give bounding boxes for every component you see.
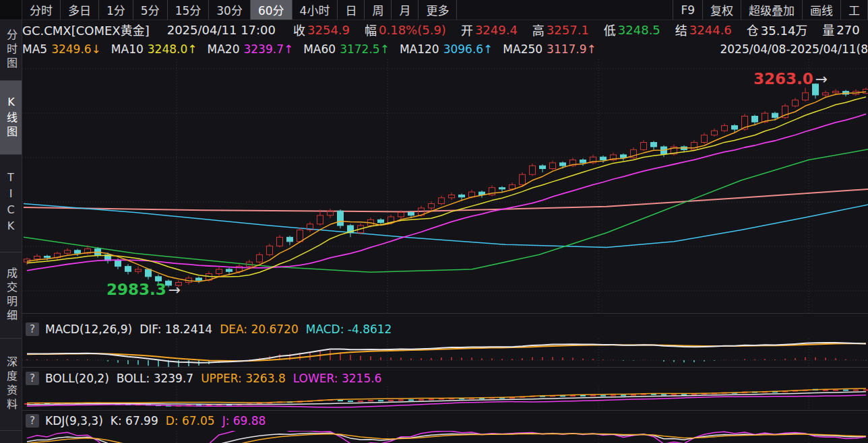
ma-legend-bar: MA53249.6↓MA103248.0↑MA203239.7↑MA603172…	[22, 39, 868, 59]
info-field-label: 量	[822, 21, 834, 38]
timeframe-tab-9[interactable]: 周	[365, 0, 392, 20]
info-field-value: 0.18%(5.9)	[379, 23, 446, 37]
ma-value: 3248.0	[148, 42, 187, 56]
timeframe-tab-10[interactable]: 月	[392, 0, 418, 20]
info-field-value: 3249.4	[475, 23, 518, 37]
main-kline-chart[interactable]	[22, 59, 868, 313]
timeframe-tab-5[interactable]: 30分	[209, 0, 251, 20]
timeframe-tab-2[interactable]: 1分	[99, 0, 133, 20]
low-price-annotation: 2983.3 →	[106, 281, 181, 298]
ma-legend-5: MA2503117.9↑	[503, 42, 596, 56]
info-field-5: 结3244.6	[675, 21, 732, 38]
sidebar-item-minute-chart[interactable]: 分时图	[0, 20, 22, 81]
kdj-help-icon[interactable]: ?	[26, 414, 39, 428]
boll-upper-value: UPPER: 3263.8	[201, 372, 286, 385]
info-field-label: 开	[461, 21, 473, 38]
ma-legend-items: MA53249.6↓MA103248.0↑MA203239.7↑MA603172…	[22, 42, 607, 56]
info-field-value: 270	[836, 23, 859, 37]
macd-panel-header: ? MACD(12,26,9) DIF: 18.2414 DEA: 20.672…	[26, 320, 399, 338]
kdj-j-value: J: 69.88	[222, 414, 266, 428]
boll-panel-header: ? BOLL(20,2) BOLL: 3239.7 UPPER: 3263.8 …	[26, 370, 389, 387]
info-field-0: 收3254.9	[293, 21, 350, 38]
ma-label: MA20	[208, 42, 240, 56]
boll-help-icon[interactable]: ?	[26, 372, 39, 385]
panel-divider	[22, 410, 868, 411]
timeframe-toolbar: 分时多日1分5分15分30分60分4小时日周月更多 F9复权超级叠加画线工	[0, 0, 868, 20]
timeframe-tab-4[interactable]: 15分	[168, 0, 210, 20]
ma-label: MA10	[111, 42, 144, 56]
kdj-panel-chart[interactable]	[22, 431, 868, 443]
info-field-1: 幅0.18%(5.9)	[365, 21, 446, 38]
macd-dif-value: DIF: 18.2414	[140, 322, 212, 336]
timeframe-tab-8[interactable]: 日	[338, 0, 365, 20]
toolbar-right-group: F9复权超级叠加画线工	[673, 0, 868, 20]
chart-mode-sidebar: 分时图K线图TICK成交明细深度资料	[0, 20, 22, 443]
info-field-value: 3244.6	[689, 23, 732, 37]
timeframe-tab-6[interactable]: 60分	[251, 0, 292, 20]
ma-legend-0: MA53249.6↓	[22, 42, 101, 56]
sidebar-item-trade-detail[interactable]: 成交明细	[0, 252, 22, 339]
clipped-toolbar-item[interactable]: 工	[841, 0, 868, 20]
ma-label: MA120	[400, 42, 439, 56]
right-arrow-icon: →	[815, 71, 828, 88]
ma-legend-2: MA203239.7↑	[208, 42, 294, 56]
info-field-value: 3257.1	[547, 23, 589, 37]
panel-divider	[22, 313, 868, 314]
fuquan-button[interactable]: 复权	[703, 0, 741, 20]
trading-app-window: 分时多日1分5分15分30分60分4小时日周月更多 F9复权超级叠加画线工 分时…	[0, 0, 868, 443]
kdj-k-value: K: 67.99	[111, 414, 158, 428]
info-field-label: 收	[293, 21, 305, 38]
right-arrow-icon: →	[168, 281, 181, 298]
timeframe-tab-1[interactable]: 多日	[61, 0, 99, 20]
kdj-title: KDJ(9,3,3)	[45, 414, 103, 428]
datetime-label: 2025/04/11 17:00	[167, 23, 276, 37]
boll-panel-chart[interactable]	[22, 386, 868, 409]
timeframe-tab-11[interactable]: 更多	[418, 0, 457, 20]
timeframe-tabs: 分时多日1分5分15分30分60分4小时日周月更多	[22, 0, 457, 20]
sidebar-item-depth-info[interactable]: 深度资料	[0, 339, 22, 431]
draw-line-button[interactable]: 画线	[803, 0, 841, 20]
super-overlay-button[interactable]: 超级叠加	[741, 0, 803, 20]
timeframe-tab-7[interactable]: 4小时	[292, 0, 338, 20]
info-field-value: 3254.9	[307, 23, 350, 37]
info-field-label: 高	[532, 21, 545, 38]
info-field-value: 35.14万	[761, 21, 808, 38]
info-field-label: 低	[604, 21, 616, 38]
toolbar-corner-spacer	[0, 0, 22, 20]
visible-date-range: 2025/04/08-2025/04/11(8	[720, 39, 868, 59]
ma-trend-arrow-icon: ↓	[92, 42, 101, 56]
ma-value: 3239.7	[243, 42, 283, 56]
ma-legend-4: MA1203096.6↑	[400, 42, 493, 56]
high-price-label: 3263.0	[753, 70, 813, 88]
ma-trend-arrow-icon: ↑	[187, 42, 197, 56]
macd-title: MACD(12,26,9)	[45, 322, 132, 336]
boll-lower-value: LOWER: 3215.6	[293, 372, 382, 385]
low-price-label: 2983.3	[106, 281, 166, 298]
boll-mid-value: BOLL: 3239.7	[117, 372, 193, 385]
high-price-annotation: 3263.0 →	[753, 70, 828, 88]
macd-panel-chart[interactable]	[22, 339, 868, 367]
macd-hist-value: MACD: -4.8612	[306, 322, 392, 336]
ma-value: 3172.5	[340, 42, 379, 56]
ma-legend-1: MA103248.0↑	[111, 42, 197, 56]
ma-value: 3096.6	[443, 42, 483, 56]
sidebar-item-tick[interactable]: TICK	[0, 155, 22, 252]
info-field-6: 仓35.14万	[747, 21, 808, 38]
info-field-label: 仓	[747, 21, 759, 38]
info-field-7: 量270	[822, 21, 859, 38]
ma-trend-arrow-icon: ↑	[587, 42, 596, 56]
ma-label: MA5	[22, 42, 47, 56]
ma-value: 3117.9	[547, 42, 586, 56]
info-field-label: 结	[675, 21, 687, 38]
info-field-4: 低3248.5	[604, 21, 660, 38]
info-field-label: 幅	[365, 21, 377, 38]
timeframe-tab-3[interactable]: 5分	[133, 0, 168, 20]
symbol-label: GC.CMX[COMEX黄金]	[22, 21, 150, 38]
timeframe-tab-0[interactable]: 分时	[22, 0, 61, 20]
ma-trend-arrow-icon: ↑	[284, 42, 293, 56]
sidebar-item-kline-chart[interactable]: K线图	[0, 81, 22, 155]
macd-dea-value: DEA: 20.6720	[220, 322, 299, 336]
ma-legend-3: MA603172.5↑	[303, 42, 390, 56]
macd-help-icon[interactable]: ?	[26, 322, 39, 336]
f9-button[interactable]: F9	[673, 0, 703, 20]
